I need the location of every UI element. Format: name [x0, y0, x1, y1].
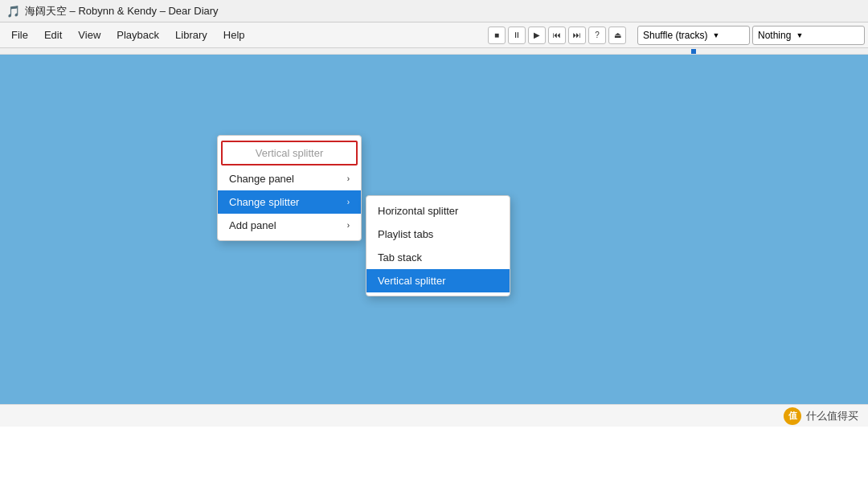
change-splitter-chevron-icon: › [347, 198, 350, 206]
bottom-bar: 值 什么值得买 [0, 404, 868, 427]
change-panel-label: Change panel [229, 173, 294, 185]
add-panel-label: Add panel [229, 219, 276, 231]
menu-view[interactable]: View [70, 25, 108, 45]
menu-edit[interactable]: Edit [36, 25, 70, 45]
sub-menu-vertical-splitter[interactable]: Vertical splitter [366, 269, 510, 292]
menu-file[interactable]: File [3, 25, 36, 45]
context-menu-change-splitter[interactable]: Change splitter › [218, 190, 361, 214]
play-icon: ▶ [534, 31, 540, 39]
pause-button[interactable]: ⏸ [508, 27, 526, 44]
main-content: Vertical splitter Change panel › Change … [0, 55, 868, 427]
stop-button[interactable]: ■ [488, 27, 506, 44]
eject-button[interactable]: ⏏ [608, 27, 626, 44]
progress-indicator [691, 49, 696, 54]
pause-icon: ⏸ [513, 31, 521, 39]
menu-help[interactable]: Help [215, 25, 253, 45]
next-icon: ⏭ [573, 31, 581, 39]
shuffle-label: Shuffle (tracks) [643, 30, 707, 41]
unknown-icon: ? [595, 31, 600, 39]
title-bar-text: 海阔天空 – Robynn & Kendy – Dear Diary [25, 4, 219, 18]
change-panel-chevron-icon: › [347, 174, 350, 183]
change-splitter-label: Change splitter [229, 196, 299, 208]
sub-menu-horizontal-splitter[interactable]: Horizontal splitter [366, 199, 510, 223]
sub-menu-tab-stack[interactable]: Tab stack [366, 246, 510, 269]
nothing-chevron-icon: ▼ [796, 31, 803, 39]
nothing-label: Nothing [758, 30, 791, 41]
unknown-button[interactable]: ? [588, 27, 606, 44]
prev-icon: ⏮ [553, 31, 561, 39]
menu-bar: File Edit View Playback Library Help ■ ⏸… [0, 22, 868, 48]
context-menu: Vertical splitter Change panel › Change … [217, 135, 362, 241]
menu-library[interactable]: Library [167, 25, 215, 45]
prev-button[interactable]: ⏮ [548, 27, 566, 44]
progress-area[interactable] [0, 48, 868, 55]
title-bar: 🎵 海阔天空 – Robynn & Kendy – Dear Diary [0, 0, 868, 22]
play-button[interactable]: ▶ [528, 27, 546, 44]
context-menu-change-panel[interactable]: Change panel › [218, 167, 361, 190]
eject-icon: ⏏ [614, 31, 621, 39]
watermark-text: 什么值得买 [806, 409, 858, 423]
watermark-logo: 值 [784, 407, 801, 425]
app-icon: 🎵 [6, 5, 20, 18]
context-menu-title: Vertical splitter [221, 141, 358, 165]
shuffle-select[interactable]: Shuffle (tracks) ▼ [637, 26, 750, 45]
add-panel-chevron-icon: › [347, 221, 350, 230]
nothing-select[interactable]: Nothing ▼ [752, 26, 865, 45]
sub-menu: Horizontal splitter Playlist tabs Tab st… [366, 195, 510, 296]
next-button[interactable]: ⏭ [568, 27, 586, 44]
context-menu-add-panel[interactable]: Add panel › [218, 214, 361, 237]
sub-menu-playlist-tabs[interactable]: Playlist tabs [366, 223, 510, 246]
stop-icon: ■ [494, 31, 499, 39]
shuffle-chevron-icon: ▼ [712, 31, 719, 39]
menu-playback[interactable]: Playback [108, 25, 167, 45]
